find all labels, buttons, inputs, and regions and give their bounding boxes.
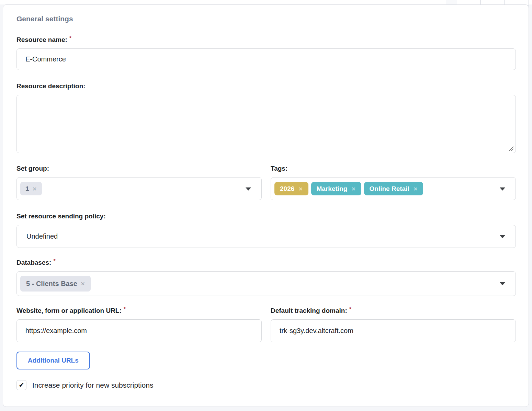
remove-icon[interactable]: × [298,185,303,193]
check-icon: ✔ [19,382,24,388]
group-chip[interactable]: 1 × [20,182,42,195]
urls-row: Website, form or application URL: * Defa… [16,306,516,342]
sending-policy-value: Undefined [20,232,58,240]
tag-chip-text: Online Retail [370,185,409,193]
databases-field: Databases: * 5 - Clients Base × [16,258,516,296]
tag-chip[interactable]: Marketing × [311,182,361,195]
priority-checkbox-label: Increase priority for new subscriptions [32,381,153,389]
caret-down-icon [500,235,505,238]
group-chip-text: 1 [25,185,29,193]
tracking-domain-label: Default tracking domain: [271,306,347,315]
group-tags-row: Set group: 1 × Tags: 2026 × Marketin [16,164,516,200]
tag-chip[interactable]: 2026 × [274,182,308,195]
caret-down-icon [500,187,505,191]
resource-description-label: Resource description: [16,82,86,91]
required-asterisk: * [69,35,71,42]
remove-icon[interactable]: × [414,185,418,193]
toolbar-button-partial[interactable] [446,0,457,5]
additional-urls-button[interactable]: Additional URLs [16,352,90,369]
databases-select[interactable]: 5 - Clients Base × [16,271,516,296]
website-url-input[interactable] [16,319,262,342]
caret-down-icon [246,187,251,191]
resource-description-textarea[interactable] [16,95,516,153]
resource-name-field: Resource name: * [16,35,516,70]
sending-policy-field: Set resource sending policy: Undefined [16,212,516,248]
panel-title: General settings [16,14,516,24]
resource-name-label: Resource name: [16,35,67,44]
required-asterisk: * [349,306,351,312]
database-chip-text: 5 - Clients Base [26,280,77,288]
website-url-field: Website, form or application URL: * [16,306,262,342]
priority-checkbox-row[interactable]: ✔ Increase priority for new subscription… [16,380,516,390]
tracking-domain-field: Default tracking domain: * [271,306,516,342]
priority-checkbox[interactable]: ✔ [16,380,26,390]
tag-chip[interactable]: Online Retail × [364,182,423,195]
databases-label: Databases: [16,258,51,267]
website-url-label: Website, form or application URL: [16,306,122,315]
sending-policy-select[interactable]: Undefined [16,225,516,248]
tags-field: Tags: 2026 × Marketing × Online Retail × [271,164,516,200]
remove-icon[interactable]: × [351,185,355,193]
set-group-field: Set group: 1 × [16,164,262,200]
tags-label: Tags: [271,164,287,173]
resource-name-input[interactable] [16,48,516,70]
tags-select[interactable]: 2026 × Marketing × Online Retail × [271,177,516,200]
resource-description-field: Resource description: [16,82,516,153]
set-group-select[interactable]: 1 × [16,177,262,200]
remove-icon[interactable]: × [33,185,37,193]
sending-policy-label: Set resource sending policy: [16,212,106,221]
remove-icon[interactable]: × [81,279,85,288]
set-group-label: Set group: [16,164,49,173]
general-settings-panel: General settings Resource name: * Resour… [3,4,529,407]
tag-chip-text: Marketing [317,185,348,193]
required-asterisk: * [124,306,126,312]
required-asterisk: * [53,258,55,264]
tag-chip-text: 2026 [280,185,294,193]
tracking-domain-input[interactable] [271,319,516,342]
database-chip[interactable]: 5 - Clients Base × [20,276,91,292]
caret-down-icon [500,282,505,285]
